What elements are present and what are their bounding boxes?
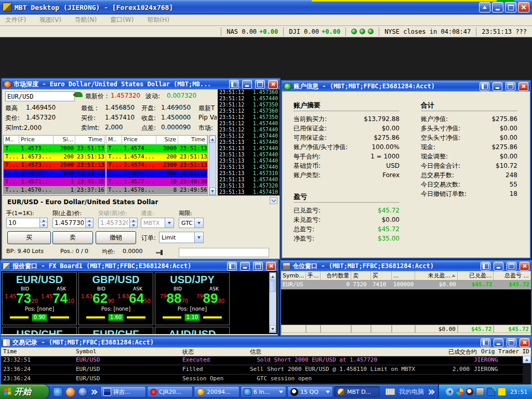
order-type-select[interactable]: Limit <box>159 232 204 243</box>
menu-navigate[interactable]: 导航(N) <box>75 16 97 24</box>
column-header[interactable]: 已兑盈... <box>458 271 494 280</box>
column-header[interactable]: Size <box>156 136 178 144</box>
depth-row[interactable]: T... 1.4573... 2500 23:51:13 <box>4 161 105 169</box>
symbol-input[interactable] <box>5 91 75 101</box>
tif-select[interactable]: GTC <box>179 218 204 228</box>
minimize-button[interactable] <box>494 338 503 347</box>
scroll-down-button[interactable] <box>270 325 276 332</box>
lots-stepper[interactable] <box>6 218 48 228</box>
column-header[interactable]: 买 <box>371 271 392 280</box>
cancel-button[interactable]: 撤销 <box>96 231 136 244</box>
bid-block[interactable]: BID 79 88 70 <box>156 286 192 305</box>
market-depth-titlebar[interactable]: 市场深度 - Euro Dollar/United States Dollar … <box>2 79 280 89</box>
dropdown-arrow-icon[interactable] <box>279 391 283 393</box>
trade-log-row[interactable]: 23:36:24 EUR/USD Session Open GTC sessio… <box>1 375 524 384</box>
column-header[interactable]: 总盈亏 ... <box>494 271 531 280</box>
depth-row[interactable]: T... 1.4570... 1 23:37:16 <box>4 186 105 194</box>
column-header[interactable]: Price <box>122 136 156 144</box>
depth-row[interactable]: T... 1.4578... 8 23:49:56 <box>107 186 208 194</box>
quote-tile[interactable]: USD/JPY BID 79 88 70 <box>155 272 230 325</box>
window-panel-button[interactable] <box>227 262 237 271</box>
my-computer-label[interactable]: 我的电脑 <box>399 388 424 396</box>
column-header[interactable]: 已成交合约 <box>424 348 479 356</box>
maximize-button[interactable] <box>253 262 263 271</box>
positions-titlebar[interactable]: 仓位窗口 - (MBT;MBT;FFBC;E3681284:Acct) <box>281 261 531 271</box>
scroll-up-button[interactable] <box>270 273 276 280</box>
tray-icon-notes[interactable] <box>498 388 506 396</box>
maximize-button[interactable] <box>255 80 265 89</box>
close-button[interactable] <box>520 262 529 271</box>
pin-icon[interactable] <box>156 249 164 256</box>
menu-file[interactable]: 文件(F) <box>5 16 26 24</box>
window-panel-button[interactable] <box>229 80 239 89</box>
chevron-icon[interactable] <box>90 389 96 394</box>
menu-view[interactable]: 视图(V) <box>39 16 61 24</box>
column-header[interactable]: Time <box>1 348 74 356</box>
lots-input[interactable] <box>6 218 40 228</box>
scroll-down-button[interactable] <box>209 188 216 195</box>
limit-price-stepper[interactable] <box>52 218 94 228</box>
maximize-button[interactable] <box>507 262 516 271</box>
maximize-button[interactable] <box>505 2 516 12</box>
taskbar-item-zeji[interactable]: 择吉... <box>100 386 146 397</box>
taskbar-item-ie-group[interactable]: 6 In... <box>241 386 286 397</box>
tray-icon-qq[interactable] <box>466 388 473 395</box>
depth-row[interactable]: T... 1.4574... 2300 23:51:13 <box>107 161 208 169</box>
trade-log-titlebar[interactable]: 交易记录 - (MBT;MBT;FFBC;E3681284:Acct) <box>1 337 531 348</box>
column-header[interactable]: 合约数量 <box>321 271 352 280</box>
menu-window[interactable]: 窗口(W) <box>110 16 134 24</box>
close-button[interactable] <box>266 262 276 271</box>
ask-block[interactable]: ASK 1.45 74 10 <box>40 286 75 305</box>
column-header[interactable]: 卖 <box>351 271 371 280</box>
bid-block[interactable]: BID 1.63 62 90 <box>80 286 115 305</box>
minimize-button[interactable] <box>242 80 252 89</box>
column-header[interactable]: 未兑盈... <box>415 271 457 280</box>
quote-tile[interactable]: EUR/USD BID 1.45 73 20 <box>2 272 77 325</box>
column-header[interactable]: Time <box>178 136 207 144</box>
maximize-button[interactable] <box>506 82 515 91</box>
minimize-button[interactable] <box>492 2 503 12</box>
position-row[interactable]: EUR/US 0 7320 7410 100000 $0.00 $45.72 $… <box>281 281 531 289</box>
tray-icon-knight[interactable] <box>476 388 484 396</box>
column-header[interactable]: Orig Trader ID <box>479 348 531 356</box>
depth-row[interactable]: T... 1.4574... 200 23:51:13 <box>107 153 208 161</box>
trade-log-row[interactable]: 23:32:51 EUR/USD Executed Sold Short 200… <box>1 356 524 365</box>
spinner-buttons[interactable] <box>86 218 94 228</box>
keyboard-icon[interactable] <box>385 388 395 395</box>
taskbar-item-cjr[interactable]: CJR20... <box>147 386 193 397</box>
sell-button[interactable]: 卖 <box>52 231 93 244</box>
column-header[interactable]: Symbol <box>74 348 180 356</box>
column-header[interactable]: Symb... <box>281 271 306 280</box>
column-header[interactable]: Time <box>75 136 104 144</box>
close-button[interactable] <box>518 82 528 91</box>
column-header[interactable]: Si... <box>54 136 75 144</box>
close-button[interactable] <box>268 80 278 89</box>
window-panel-button[interactable] <box>481 338 490 347</box>
rollup-button[interactable] <box>479 2 490 12</box>
bid-block[interactable]: BID 1.45 73 20 <box>4 286 39 305</box>
quote-tile[interactable]: GBP/USD BID 1.63 62 90 <box>78 272 153 325</box>
column-header[interactable]: ... <box>392 271 416 280</box>
column-header[interactable]: Price <box>19 136 54 144</box>
limit-price-input[interactable] <box>52 218 86 228</box>
taskbar-item-mbt[interactable]: MBT D... <box>334 386 380 397</box>
note-field[interactable] <box>179 248 269 257</box>
quote-tile-partial[interactable]: AUD/USD <box>155 327 230 334</box>
start-button[interactable]: 开始 <box>0 384 49 399</box>
quote-board-titlebar[interactable]: 报价窗口 - FX Board1 (MBT;MBT;FFBC;E3681284:… <box>1 261 277 271</box>
window-panel-button[interactable] <box>480 82 489 91</box>
spinner-buttons[interactable] <box>40 218 48 228</box>
close-button[interactable] <box>518 2 529 12</box>
column-header[interactable]: 状态 <box>180 348 248 356</box>
quote-tile-partial[interactable]: EUR/CHF <box>78 327 153 334</box>
depth-row[interactable]: T... 1.4571... 1 23:49:35 <box>4 178 105 186</box>
depth-row[interactable]: T... 1.4574... 800 23:51:13 <box>107 169 208 178</box>
scroll-up-button[interactable] <box>523 356 531 363</box>
minimize-button[interactable] <box>240 262 250 271</box>
dropdown-arrow-icon[interactable] <box>194 218 203 228</box>
scrollbar-thumb[interactable] <box>270 281 276 292</box>
taskbar-item-qq-group[interactable]: 15 QQ <box>287 386 333 397</box>
quotes-scrollbar[interactable] <box>269 272 276 333</box>
tray-expand-icon[interactable] <box>446 388 454 396</box>
quick-launch-icon[interactable] <box>65 387 75 397</box>
